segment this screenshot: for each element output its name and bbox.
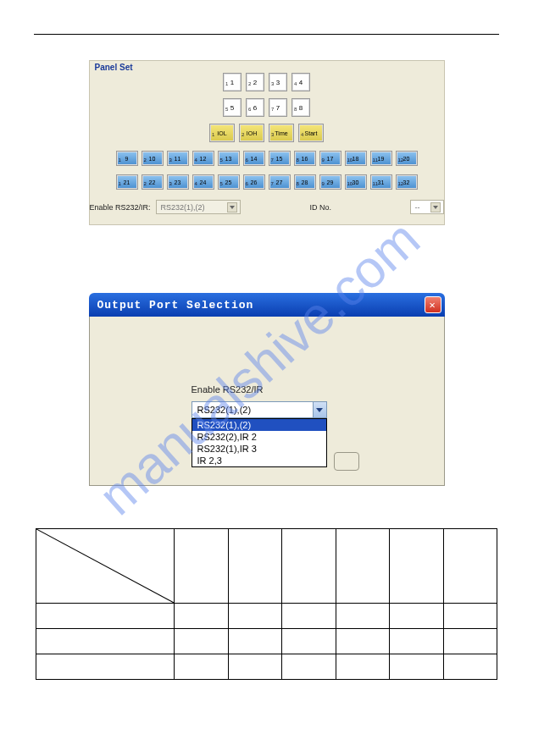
chevron-down-icon xyxy=(430,202,441,212)
chevron-down-icon xyxy=(227,202,237,212)
table-cell xyxy=(228,629,281,654)
table-cell xyxy=(336,629,389,654)
table-cell xyxy=(390,629,443,654)
panel-btn-9[interactable]: 19 xyxy=(116,151,138,166)
panel-btn-8[interactable]: 88 xyxy=(291,98,310,117)
table-cell xyxy=(36,604,175,629)
panel-btn-10[interactable]: 210 xyxy=(142,151,164,166)
table-cell xyxy=(443,654,497,680)
table-cell xyxy=(175,654,228,680)
panel-btn-5[interactable]: 55 xyxy=(223,98,242,117)
panel-btn-iol[interactable]: 1IOL xyxy=(209,124,235,142)
table-cell xyxy=(282,629,336,654)
panel-btn-20[interactable]: 1220 xyxy=(396,151,418,166)
rs232-combobox-list: RS232(1),(2)RS232(2),IR 2RS232(1),IR 3IR… xyxy=(192,418,327,467)
table-header-diagonal xyxy=(36,529,175,604)
dialog-titlebar: Output Port Selection ✕ xyxy=(89,293,445,317)
table-cell xyxy=(36,629,175,654)
rs232-combobox[interactable]: RS232(1),(2) xyxy=(192,401,327,418)
panel-row-5: 121222323424525626727828929103011311232 xyxy=(90,174,444,190)
panel-btn-13[interactable]: 513 xyxy=(218,151,240,166)
panel-btn-21[interactable]: 121 xyxy=(116,174,138,190)
table-cell xyxy=(390,654,443,680)
enable-rs232-dialog-label: Enable RS232/IR xyxy=(192,384,264,395)
enable-rs232-dropdown[interactable]: RS232(1),(2) xyxy=(156,200,241,214)
enable-rs232-label: Enable RS232/IR: xyxy=(90,203,151,212)
table-cell xyxy=(336,529,389,604)
table-cell xyxy=(175,629,228,654)
panel-row-4: 19210311412513614715816917101811191220 xyxy=(90,151,444,166)
panel-btn-31[interactable]: 1131 xyxy=(370,174,392,190)
table-cell xyxy=(175,604,228,629)
table-cell xyxy=(282,604,336,629)
panel-btn-27[interactable]: 727 xyxy=(269,174,291,190)
table-cell xyxy=(228,654,281,680)
panel-btn-1[interactable]: 11 xyxy=(223,73,242,91)
panel-bottom-controls: Enable RS232/IR: RS232(1),(2) ID No. -- xyxy=(90,200,444,214)
panel-btn-12[interactable]: 412 xyxy=(192,151,214,166)
close-button[interactable]: ✕ xyxy=(425,296,441,313)
idno-label: ID No. xyxy=(310,203,332,212)
data-table xyxy=(36,528,497,680)
panel-btn-22[interactable]: 222 xyxy=(142,174,164,190)
panel-set-group: Panel Set 11 22 33 44 55 66 77 88 1IOL 2… xyxy=(89,60,445,225)
panel-btn-29[interactable]: 929 xyxy=(319,174,341,190)
panel-btn-11[interactable]: 311 xyxy=(167,151,189,166)
panel-row-3: 1IOL 2IOH 3Time 4Start xyxy=(90,124,444,142)
panel-btn-17[interactable]: 917 xyxy=(319,151,341,166)
table-cell xyxy=(443,529,497,604)
combobox-option[interactable]: IR 2,3 xyxy=(192,455,326,466)
panel-btn-14[interactable]: 614 xyxy=(243,151,265,166)
output-port-dialog: Output Port Selection ✕ Enable RS232/IR … xyxy=(89,293,445,486)
panel-btn-18[interactable]: 1018 xyxy=(345,151,367,166)
close-icon: ✕ xyxy=(429,299,436,312)
combobox-option[interactable]: RS232(2),IR 2 xyxy=(192,431,326,443)
svg-line-0 xyxy=(36,529,174,603)
table-cell xyxy=(228,604,281,629)
panel-btn-23[interactable]: 323 xyxy=(167,174,189,190)
panel-row-1: 11 22 33 44 xyxy=(90,73,444,91)
panel-row-2: 55 66 77 88 xyxy=(90,98,444,117)
combobox-option[interactable]: RS232(1),IR 3 xyxy=(192,443,326,455)
panel-set-title: Panel Set xyxy=(95,63,133,72)
panel-btn-time[interactable]: 3Time xyxy=(269,124,294,142)
table-cell xyxy=(390,529,443,604)
dialog-title: Output Port Selection xyxy=(97,299,425,312)
panel-btn-26[interactable]: 626 xyxy=(243,174,265,190)
panel-btn-28[interactable]: 828 xyxy=(294,174,316,190)
panel-btn-24[interactable]: 424 xyxy=(192,174,214,190)
panel-btn-3[interactable]: 33 xyxy=(269,73,287,91)
panel-btn-19[interactable]: 1119 xyxy=(370,151,392,166)
idno-dropdown[interactable]: -- xyxy=(410,200,444,214)
panel-btn-16[interactable]: 816 xyxy=(294,151,316,166)
table-cell xyxy=(443,629,497,654)
panel-btn-2[interactable]: 22 xyxy=(246,73,264,91)
dialog-button[interactable] xyxy=(334,452,359,471)
panel-btn-32[interactable]: 1232 xyxy=(396,174,418,190)
table-cell xyxy=(282,529,336,604)
table-cell xyxy=(336,654,389,680)
panel-btn-6[interactable]: 66 xyxy=(246,98,264,117)
chevron-down-icon xyxy=(313,402,326,417)
dialog-body: Enable RS232/IR RS232(1),(2) RS232(1),(2… xyxy=(89,317,445,486)
panel-btn-4[interactable]: 44 xyxy=(291,73,310,91)
panel-btn-ioh[interactable]: 2IOH xyxy=(239,124,264,142)
table-cell xyxy=(282,654,336,680)
combobox-option[interactable]: RS232(1),(2) xyxy=(192,419,326,431)
table-cell xyxy=(228,529,281,604)
panel-btn-25[interactable]: 525 xyxy=(218,174,240,190)
table-cell xyxy=(36,654,175,680)
panel-btn-15[interactable]: 715 xyxy=(269,151,291,166)
panel-btn-30[interactable]: 1030 xyxy=(345,174,367,190)
table-cell xyxy=(443,604,497,629)
table-cell xyxy=(390,604,443,629)
panel-btn-7[interactable]: 77 xyxy=(269,98,287,117)
table-cell xyxy=(336,604,389,629)
panel-btn-start[interactable]: 4Start xyxy=(298,124,324,142)
table-cell xyxy=(175,529,228,604)
top-rule xyxy=(34,34,499,35)
